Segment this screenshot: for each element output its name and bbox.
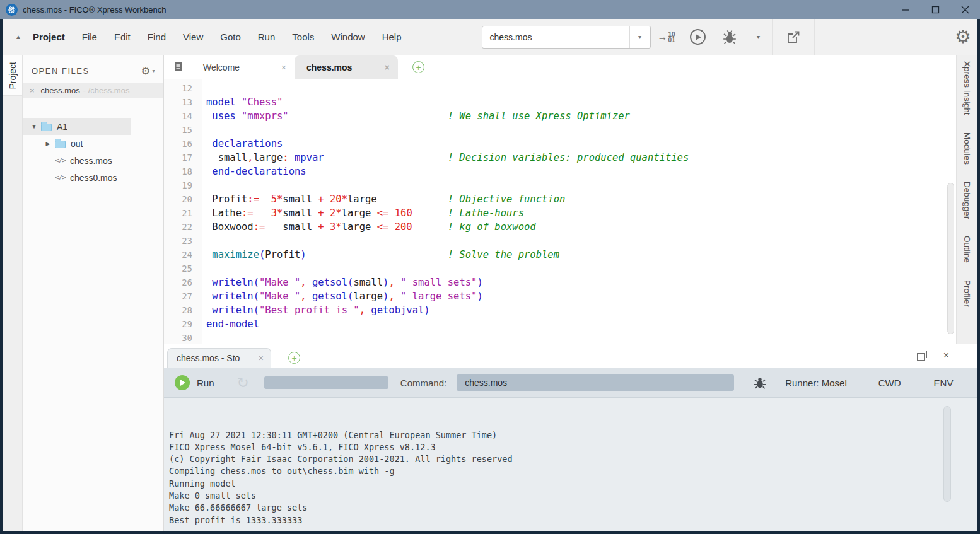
restart-icon[interactable]: ↻	[237, 376, 249, 390]
menu-edit[interactable]: Edit	[114, 32, 131, 42]
menu-help[interactable]: Help	[382, 32, 402, 42]
code-line[interactable]: 22 Boxwood:= small + 3*large <= 200 ! kg…	[164, 220, 956, 234]
menu-view[interactable]: View	[183, 32, 203, 42]
new-output-tab-button[interactable]: +	[288, 352, 300, 364]
close-icon[interactable]	[950, 0, 980, 19]
menu-goto[interactable]: Goto	[220, 32, 241, 42]
line-number[interactable]: 13	[164, 95, 202, 109]
menu-project[interactable]: Project	[33, 32, 65, 42]
tree-item-out[interactable]: ▶out	[23, 135, 131, 152]
open-file-item[interactable]: × chess.mos - /chess.mos	[23, 83, 163, 98]
right-tab-debugger[interactable]: Debugger	[962, 182, 972, 219]
code-token: ,	[300, 277, 306, 288]
tree-item-chess0-mos[interactable]: </>chess0.mos	[23, 169, 131, 186]
run-config-dropdown-icon[interactable]: ▾	[629, 26, 650, 48]
editor-tab-Welcome[interactable]: Welcome×	[191, 55, 295, 79]
compile-button[interactable]: → 10 01	[651, 19, 682, 55]
close-panel-icon[interactable]: ×	[943, 350, 949, 361]
runner-selector[interactable]: Runner: Mosel	[785, 378, 847, 388]
settings-gear-icon[interactable]: ⚙	[955, 28, 971, 46]
right-tab-modules[interactable]: Modules	[962, 132, 972, 165]
run-button[interactable]	[682, 19, 714, 55]
code-token: Boxwood	[206, 221, 254, 233]
run-config-combobox[interactable]: chess.mos ▾	[482, 26, 651, 49]
code-line[interactable]: 26 writeln("Make ", getsol(small), " sma…	[164, 276, 956, 289]
line-number[interactable]: 15	[164, 123, 202, 137]
run-options-dropdown[interactable]: ▾	[745, 19, 772, 55]
project-vertical-tab[interactable]: Project	[3, 55, 22, 96]
line-number[interactable]: 18	[164, 165, 202, 178]
code-line[interactable]: 30	[164, 331, 956, 344]
debug-button[interactable]	[714, 19, 745, 55]
new-tab-button[interactable]: +	[412, 61, 424, 73]
debug-run-button[interactable]	[753, 376, 767, 390]
caret-right-icon[interactable]: ▶	[43, 141, 53, 147]
line-number[interactable]: 21	[164, 206, 202, 220]
share-button[interactable]	[773, 19, 814, 55]
code-line[interactable]: 27 writeln("Make ", getsol(large), " lar…	[164, 289, 956, 303]
tree-item-chess-mos[interactable]: </>chess.mos	[23, 152, 131, 169]
line-number[interactable]: 30	[164, 331, 202, 344]
code-line[interactable]: 23	[164, 234, 956, 248]
run-play-button[interactable]	[175, 375, 190, 390]
code-line[interactable]: 20 Profit:= 5*small + 20*large ! Objecti…	[164, 192, 956, 206]
code-token: small	[353, 277, 383, 288]
code-line[interactable]: 21 Lathe:= 3*small + 2*large <= 160 ! La…	[164, 206, 956, 220]
line-number[interactable]: 19	[164, 178, 202, 192]
menu-window[interactable]: Window	[331, 32, 365, 42]
line-number[interactable]: 27	[164, 289, 202, 303]
line-number[interactable]: 25	[164, 262, 202, 276]
right-tab-outline[interactable]: Outline	[962, 236, 972, 263]
line-number[interactable]: 23	[164, 234, 202, 248]
caret-down-icon[interactable]: ▼	[29, 124, 39, 130]
menu-run[interactable]: Run	[258, 32, 276, 42]
line-number[interactable]: 24	[164, 248, 202, 262]
line-number[interactable]: 17	[164, 151, 202, 165]
line-number[interactable]: 12	[164, 81, 202, 95]
code-line[interactable]: 19	[164, 178, 956, 192]
editor-scrollbar-thumb[interactable]	[947, 183, 954, 334]
code-text: model "Chess"	[202, 95, 283, 109]
console-scrollbar-thumb[interactable]	[943, 406, 951, 502]
menu-find[interactable]: Find	[148, 32, 166, 42]
code-line[interactable]: 16 declarations	[164, 137, 956, 151]
env-button[interactable]: ENV	[934, 378, 954, 388]
minimize-icon[interactable]	[891, 0, 921, 19]
close-file-icon[interactable]: ×	[30, 86, 35, 95]
menu-tools[interactable]: Tools	[292, 32, 314, 42]
editor-tab-chess-mos[interactable]: chess.mos×	[295, 55, 398, 79]
open-documents-list-icon[interactable]	[172, 62, 183, 73]
line-number[interactable]: 16	[164, 137, 202, 151]
code-line[interactable]: 29end-model	[164, 317, 956, 331]
line-number[interactable]: 28	[164, 303, 202, 317]
right-tab-profiler[interactable]: Profiler	[962, 280, 972, 307]
output-tab[interactable]: chess.mos - Sto ×	[167, 348, 271, 368]
tab-close-icon[interactable]: ×	[385, 62, 390, 73]
right-tab-xpress-insight[interactable]: Xpress Insight	[962, 61, 972, 115]
line-number[interactable]: 26	[164, 276, 202, 289]
code-line[interactable]: 18 end-declarations	[164, 165, 956, 178]
open-files-menu-button[interactable]: ⚙ ▾	[141, 65, 156, 77]
popout-panel-icon[interactable]	[917, 353, 925, 361]
maximize-icon[interactable]	[921, 0, 950, 19]
line-number[interactable]: 14	[164, 109, 202, 123]
line-number[interactable]: 22	[164, 220, 202, 234]
command-input[interactable]: chess.mos	[457, 374, 734, 391]
tree-item-A1[interactable]: ▼A1	[23, 118, 131, 135]
menu-file[interactable]: File	[82, 32, 97, 42]
code-line[interactable]: 15	[164, 123, 956, 137]
line-number[interactable]: 20	[164, 192, 202, 206]
cwd-button[interactable]: CWD	[878, 378, 901, 388]
code-line[interactable]: 12	[164, 81, 956, 95]
line-number[interactable]: 29	[164, 317, 202, 331]
code-line[interactable]: 17 small,large: mpvar ! Decision variabl…	[164, 151, 956, 165]
code-line[interactable]: 13model "Chess"	[164, 95, 956, 109]
tab-close-icon[interactable]: ×	[259, 353, 264, 363]
code-editor[interactable]: 1213model "Chess"14 uses "mmxprs" ! We s…	[164, 79, 956, 344]
code-line[interactable]: 25	[164, 262, 956, 276]
code-line[interactable]: 14 uses "mmxprs" ! We shall use Xpress O…	[164, 109, 956, 123]
code-line[interactable]: 24 maximize(Profit) ! Solve the problem	[164, 248, 956, 262]
tab-close-icon[interactable]: ×	[281, 62, 286, 73]
collapse-toolbar-icon[interactable]: ▲	[15, 33, 21, 40]
code-line[interactable]: 28 writeln("Best profit is ", getobjval)	[164, 303, 956, 317]
